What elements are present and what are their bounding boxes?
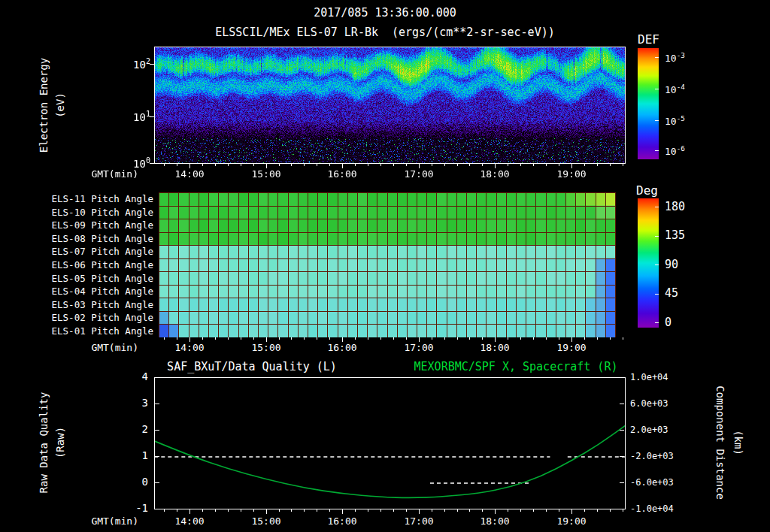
axis-tick (317, 337, 317, 340)
xtick-top-1500: 15:00 (244, 168, 289, 180)
axis-tick (655, 236, 659, 237)
axis-tick (342, 509, 343, 514)
axis-tick (482, 337, 483, 340)
deg-tick-45: 45 (665, 286, 678, 300)
axis-tick (304, 337, 305, 340)
axis-tick (266, 337, 267, 342)
axis-tick (380, 509, 381, 512)
deg-tick-0: 0 (665, 316, 671, 329)
axis-tick (655, 294, 659, 295)
xtick-mid-1700: 17:00 (396, 342, 441, 353)
pitch-row-label-els11: ELS-11 Pitch Angle (14, 193, 153, 204)
tick-exp: -5 (677, 114, 685, 122)
axis-tick (253, 509, 254, 512)
axis-tick (469, 509, 470, 512)
tick-exp: -6 (677, 144, 685, 153)
axis-tick (610, 337, 611, 340)
axis-tick (546, 509, 547, 512)
axis-tick (317, 509, 317, 512)
axis-tick (253, 164, 254, 166)
def-tick-1e-3: 10-3 (665, 51, 685, 64)
axis-tick (495, 164, 496, 168)
axis-tick (380, 164, 381, 166)
axis-tick (266, 164, 267, 168)
bottom-left-title: SAF_BXuT/Data Quality (L) (154, 360, 350, 373)
axis-tick (241, 509, 241, 512)
axis-tick (584, 509, 585, 512)
axis-tick (620, 456, 624, 457)
axis-tick (155, 456, 159, 457)
xtick-top-1600: 16:00 (320, 168, 365, 180)
tick-base: 10 (665, 84, 677, 95)
spectrogram-canvas (155, 47, 625, 163)
axis-tick (279, 509, 280, 512)
axis-tick (380, 337, 381, 340)
axis-tick (533, 509, 534, 512)
axis-tick (155, 430, 159, 431)
pitch-row-label-els10: ELS-10 Pitch Angle (14, 207, 153, 218)
quality-tick-0: 0 (120, 476, 148, 488)
axis-tick (432, 164, 432, 166)
xtick-top-1400: 14:00 (167, 168, 212, 180)
bottom-right-title: MEXORBMC/SPF X, Spacecraft (R) (406, 360, 626, 373)
axis-tick (177, 164, 177, 166)
axis-tick (520, 509, 521, 512)
axis-tick (432, 509, 432, 512)
energy-tick-1e1: 101 (117, 110, 150, 123)
axis-tick (419, 337, 420, 342)
axis-tick (444, 509, 445, 512)
axis-tick (444, 164, 445, 166)
axis-tick (329, 164, 330, 166)
axis-tick (228, 337, 229, 340)
pitch-row-label-els04: ELS-04 Pitch Angle (14, 286, 153, 297)
axis-tick (317, 164, 317, 166)
quality-axis-units: (Raw) (54, 427, 66, 458)
axis-tick (584, 164, 585, 166)
axis-tick (623, 337, 623, 340)
axis-tick (241, 337, 241, 340)
axis-tick (623, 509, 623, 512)
axis-tick (215, 337, 216, 340)
axis-tick (155, 404, 159, 404)
axis-tick (469, 164, 470, 166)
deg-tick-180: 180 (665, 200, 685, 213)
xtick-mid-1900: 19:00 (549, 342, 594, 353)
distance-tick-6e3: 6.0e+03 (630, 398, 668, 409)
axis-tick (546, 164, 547, 166)
def-tick-1e-4: 10-4 (665, 83, 685, 95)
xtick-mid-1500: 15:00 (244, 342, 289, 353)
tick-base: 10 (133, 111, 146, 123)
distance-tick-neg2e3: -2.0e+03 (630, 451, 674, 461)
axis-tick (329, 509, 330, 512)
axis-tick (202, 509, 203, 512)
axis-tick (279, 337, 280, 340)
xtick-bot-1500: 15:00 (244, 515, 289, 527)
axis-tick (482, 164, 483, 166)
axis-tick (164, 337, 165, 340)
xtick-mid-1400: 14:00 (167, 342, 212, 353)
axis-tick (164, 164, 165, 166)
axis-tick (291, 164, 292, 166)
axis-tick (520, 337, 521, 340)
quality-distance-canvas (155, 378, 625, 509)
axis-tick (610, 164, 611, 166)
axis-tick (620, 377, 624, 378)
axis-tick (253, 337, 254, 340)
axis-tick (266, 509, 267, 514)
axis-tick (520, 164, 521, 166)
axis-tick (571, 337, 572, 342)
tick-exp: -4 (677, 83, 685, 91)
pitch-row-label-els09: ELS-09 Pitch Angle (14, 219, 153, 231)
axis-tick (620, 430, 624, 431)
xtick-bot-1900: 19:00 (549, 515, 594, 527)
spectrogram-panel (154, 47, 626, 164)
axis-tick (597, 337, 598, 340)
distance-tick-1e4: 1.0e+04 (630, 372, 668, 382)
axis-tick (393, 337, 394, 340)
deg-colorbar-title: Deg (636, 183, 658, 198)
axis-tick (241, 164, 241, 166)
quality-tick-1: 1 (120, 449, 148, 461)
axis-tick (495, 337, 496, 342)
axis-tick (355, 164, 356, 166)
axis-tick (508, 337, 508, 340)
